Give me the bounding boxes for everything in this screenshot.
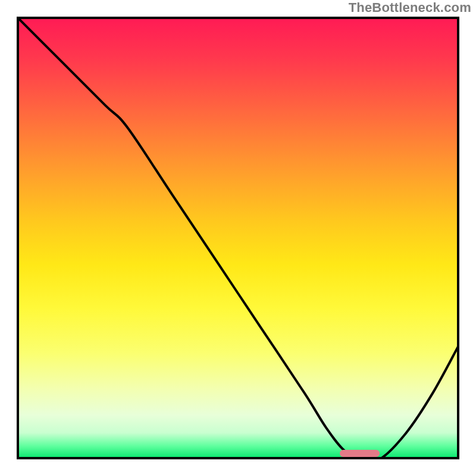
- plot-area: [17, 17, 459, 459]
- optimum-range-marker: [340, 450, 380, 457]
- bottleneck-curve-path: [17, 17, 459, 459]
- curve-svg: [17, 17, 459, 459]
- attribution-text: TheBottleneck.com: [349, 0, 471, 15]
- chart-root: TheBottleneck.com: [0, 0, 476, 476]
